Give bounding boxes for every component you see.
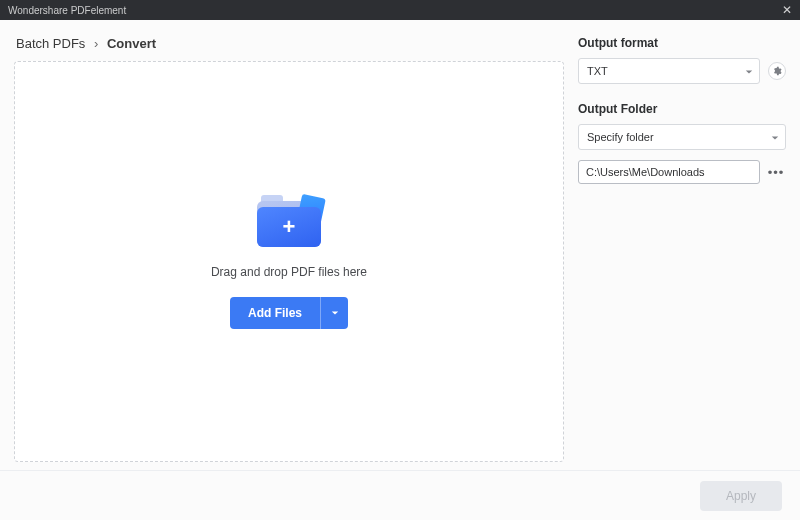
breadcrumb-current: Convert [107,36,156,51]
breadcrumb-separator: › [94,36,98,51]
output-folder-label: Output Folder [578,102,786,116]
footer: Apply [0,470,800,520]
add-files-group: Add Files [230,297,348,329]
apply-button[interactable]: Apply [700,481,782,511]
ellipsis-icon: ••• [768,165,785,180]
title-bar: Wondershare PDFelement ✕ [0,0,800,20]
chevron-down-icon [331,305,339,320]
add-files-button[interactable]: Add Files [230,297,320,329]
breadcrumb: Batch PDFs › Convert [16,36,562,51]
gear-icon [772,62,782,80]
breadcrumb-root[interactable]: Batch PDFs [16,36,85,51]
close-icon[interactable]: ✕ [782,3,792,17]
add-folder-icon: + [257,195,321,247]
app-title: Wondershare PDFelement [8,5,126,16]
left-pane: Batch PDFs › Convert + Drag and drop PDF… [14,32,564,462]
output-folder-mode-select[interactable]: Specify folder [578,124,786,150]
format-settings-button[interactable] [768,62,786,80]
output-format-label: Output format [578,36,786,50]
content-area: Batch PDFs › Convert + Drag and drop PDF… [0,20,800,470]
output-folder-mode-value[interactable]: Specify folder [578,124,786,150]
output-folder-path-input[interactable] [578,160,760,184]
right-pane: Output format TXT Output Folder Specify … [578,32,786,462]
output-format-value[interactable]: TXT [578,58,760,84]
browse-folder-button[interactable]: ••• [766,163,786,181]
dropzone[interactable]: + Drag and drop PDF files here Add Files [14,61,564,462]
output-format-select[interactable]: TXT [578,58,760,84]
add-files-dropdown-button[interactable] [320,297,348,329]
dropzone-instruction: Drag and drop PDF files here [211,265,367,279]
